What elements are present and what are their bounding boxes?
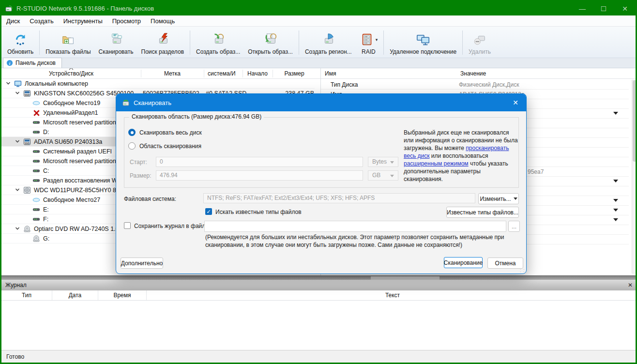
dvd-icon (32, 235, 40, 243)
radio-whole-disk-label[interactable]: Сканировать весь диск (139, 129, 202, 136)
tree-row-label: Свободное Место19 (43, 99, 100, 107)
size-label: Размер: (130, 172, 152, 180)
chevron-down-icon[interactable] (15, 138, 21, 145)
refresh-icon (13, 31, 28, 48)
property-value: Физический Диск,Диск (459, 81, 519, 89)
menu-item[interactable]: Помощь (146, 16, 180, 26)
column-header[interactable]: Начало (243, 68, 273, 79)
raid-icon: ▾ (360, 31, 378, 48)
title-bar: R-STUDIO Network 9.5.191686 - Панель дис… (1, 1, 636, 15)
menu-item[interactable]: Просмотр (107, 16, 146, 26)
menu-item[interactable]: Диск (1, 16, 25, 26)
close-icon[interactable]: ✕ (614, 1, 636, 15)
resize-grip[interactable]: . .. . (520, 267, 525, 272)
chevron-down-icon[interactable] (613, 209, 618, 212)
chevron-down-icon[interactable] (15, 90, 21, 97)
log-column-header[interactable]: Текст (147, 290, 637, 300)
dialog-title-bar[interactable]: Сканировать ✕ (116, 94, 526, 111)
tab-bar: i Панель дисков (1, 58, 636, 68)
known-file-types-button[interactable]: Известные типы файлов... (446, 207, 519, 218)
device-tree-header: Устройство/ДискМеткасистема/ИНачалоРазме… (1, 68, 320, 79)
menu-bar: ДискСоздатьИнструментыПросмотрПомощь (1, 15, 636, 27)
radio-whole-disk[interactable] (128, 129, 136, 136)
tree-row-label: D: (43, 128, 49, 136)
chevron-down-icon[interactable] (5, 80, 12, 87)
toolbar-button-create-region[interactable]: Создать регион... (301, 28, 356, 58)
chevron-down-icon[interactable] (613, 199, 618, 202)
toolbar-button-find-partitions[interactable]: Поиск разделов (137, 28, 188, 58)
column-header[interactable]: система/И (204, 68, 243, 79)
window-controls: —☐✕ (572, 1, 636, 15)
partition-icon (32, 119, 40, 126)
column-header-name[interactable]: Имя (321, 68, 456, 79)
known-file-types-checkbox[interactable]: ✓ (205, 208, 212, 215)
known-file-types-label[interactable]: Искать известные типы файлов (215, 208, 302, 216)
toolbar-separator (39, 30, 40, 55)
column-header-label: Начало (247, 70, 268, 77)
tab-disk-panel[interactable]: i Панель дисков (3, 58, 62, 68)
tree-row-label: Свободное Место27 (43, 196, 100, 204)
toolbar-separator (299, 30, 299, 55)
toolbar-button-remote-connection[interactable]: Удаленное подключение (386, 28, 460, 58)
log-column-header[interactable]: Тип (1, 290, 52, 300)
partition-icon (32, 215, 40, 223)
save-log-label[interactable]: Сохранить журнал в файл: (134, 222, 207, 230)
sort-asc-icon (69, 68, 74, 71)
close-icon[interactable]: ✕ (626, 282, 635, 288)
minimize-icon[interactable]: — (572, 1, 593, 15)
column-header[interactable]: Устройство/Диск (1, 68, 141, 79)
log-column-header[interactable]: Дата (52, 290, 98, 300)
toolbar-button-refresh[interactable]: Обновить (3, 28, 37, 58)
refresh-icon (13, 32, 28, 47)
column-header-value[interactable]: Значение (456, 68, 629, 79)
chevron-down-icon[interactable] (613, 218, 618, 221)
log-column-header[interactable]: Время (98, 290, 147, 300)
toolbar-button-scan[interactable]: Сканировать (95, 28, 137, 58)
toolbar-button-raid[interactable]: ▾RAID (356, 28, 382, 58)
create-region-icon (321, 32, 335, 47)
toolbar-button-create-image[interactable]: Создать образ... (192, 28, 244, 58)
radio-scan-area-label[interactable]: Область сканирования (139, 142, 201, 150)
scrollbar-thumb[interactable] (633, 80, 637, 162)
maximize-icon[interactable]: ☐ (593, 1, 614, 15)
app-window: R-STUDIO Network 9.5.191686 - Панель дис… (0, 0, 637, 364)
horizontal-scrollbar[interactable] (1, 275, 637, 280)
deleted-partition-icon (32, 109, 40, 117)
property-value: 95ea7 (528, 168, 544, 176)
menu-item[interactable]: Инструменты (59, 16, 107, 26)
log-column-header: ТипДатаВремяТекст (1, 290, 637, 301)
find-partitions-icon (155, 32, 170, 47)
toolbar-button-open-image[interactable]: Открыть образ... (244, 28, 297, 58)
scan-dialog: Сканировать ✕ Сканировать область (Разме… (116, 93, 527, 274)
delete-icon (472, 32, 487, 47)
chevron-down-icon[interactable] (613, 112, 618, 115)
toolbar-button-label: Открыть образ... (248, 48, 293, 55)
chevron-down-icon[interactable] (613, 180, 618, 182)
chevron-down-icon[interactable] (15, 187, 21, 194)
start-input: 0 (156, 157, 363, 167)
advanced-mode-link[interactable]: расширенным режимом (404, 160, 469, 167)
scan-button[interactable]: Сканирование (444, 257, 483, 268)
tree-row-label: Microsoft reserved partition (43, 157, 116, 165)
change-filesystem-button[interactable]: Изменить... (478, 193, 519, 204)
vertical-scrollbar[interactable] (632, 80, 637, 273)
tree-row-label: Microsoft reserved partition (43, 119, 116, 126)
menu-item[interactable]: Создать (25, 16, 58, 26)
ssd-icon: SSD (23, 138, 31, 146)
toolbar-button-show-files[interactable]: Показать файлы (42, 28, 94, 58)
cancel-button[interactable]: Отмена (487, 258, 523, 269)
property-row[interactable]: Тип ДискаФизический Диск,Диск (321, 80, 629, 90)
radio-scan-area[interactable] (128, 142, 136, 150)
log-title: Журнал (5, 282, 27, 288)
chevron-down-icon[interactable] (15, 226, 21, 232)
browse-button[interactable]: ... (508, 221, 520, 232)
partition-icon (32, 128, 40, 136)
save-log-checkbox[interactable] (124, 222, 131, 229)
column-header[interactable]: Метка (141, 68, 204, 79)
tree-row[interactable]: Локальный компьютер (1, 79, 315, 89)
column-header[interactable]: Размер (273, 68, 316, 79)
advanced-button[interactable]: Дополнительно (121, 258, 163, 269)
log-file-path-input[interactable] (204, 221, 506, 232)
close-icon[interactable]: ✕ (505, 94, 526, 111)
window-title: R-STUDIO Network 9.5.191686 - Панель дис… (16, 5, 154, 12)
